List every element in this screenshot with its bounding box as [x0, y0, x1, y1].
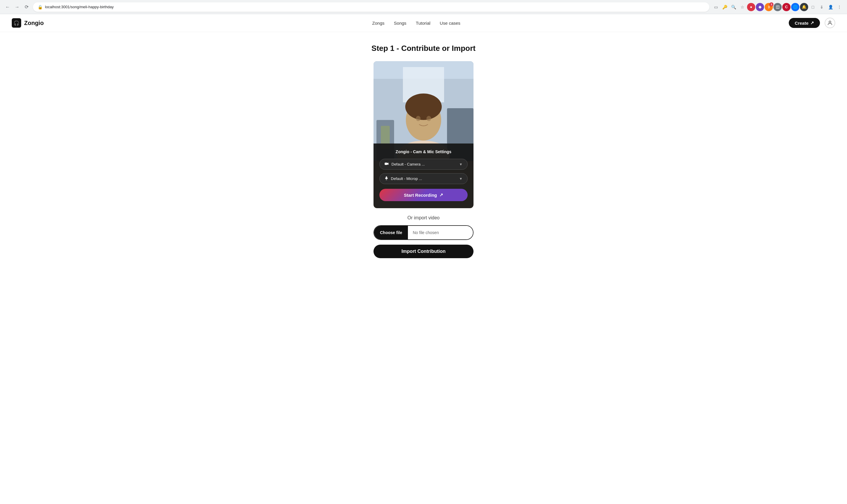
browser-chrome: ← → ⟳ 🔒 localhost:3001/song/meli-happy-b…: [0, 0, 847, 14]
create-button[interactable]: Create ↗: [789, 18, 820, 28]
ext-bell-btn[interactable]: 🔔: [800, 3, 808, 11]
user-avatar[interactable]: [825, 18, 835, 28]
address-bar[interactable]: 🔒 localhost:3001/song/meli-happy-birthda…: [33, 2, 709, 12]
camera-select-label: Default - Camera ...: [392, 162, 425, 166]
nav-songs[interactable]: Songs: [394, 21, 407, 25]
forward-button[interactable]: →: [13, 3, 21, 11]
browser-actions: ▭ 🔑 🔍 ☆ ● ◆ 3 ◫ C 🌐 🔔 □ ⇓ 👤 ⋮: [712, 3, 844, 11]
svg-rect-13: [385, 163, 387, 165]
start-recording-button[interactable]: Start Recording ↗: [379, 189, 468, 201]
profile-btn[interactable]: 👤: [826, 3, 835, 11]
import-contribution-button[interactable]: Import Contribution: [374, 245, 473, 258]
url-display: localhost:3001/song/meli-happy-birthday: [45, 5, 705, 9]
start-recording-icon: ↗: [439, 192, 443, 198]
camera-select[interactable]: Default - Camera ... ▼: [379, 159, 468, 170]
file-input-row: Choose file No file chosen: [374, 225, 473, 240]
ext-red-btn[interactable]: ●: [747, 3, 755, 11]
file-name-display: No file chosen: [408, 226, 473, 239]
choose-file-button[interactable]: Choose file: [374, 226, 408, 239]
or-import-label: Or import video: [407, 215, 439, 220]
camera-dropdown-arrow: ▼: [459, 162, 463, 166]
download-btn[interactable]: ⇓: [817, 3, 826, 11]
mic-select[interactable]: Default - Microp ... ▼: [379, 173, 468, 184]
ext-orange-badge-btn[interactable]: 3: [765, 3, 773, 11]
ext-crimson-btn[interactable]: C: [782, 3, 791, 11]
password-manager-btn[interactable]: 🔑: [721, 3, 729, 11]
nav-right: Create ↗: [789, 18, 835, 28]
logo-icon: 🎧: [12, 18, 21, 28]
ext-gray-btn[interactable]: ◫: [774, 3, 782, 11]
nav-zongs[interactable]: Zongs: [372, 21, 385, 25]
nav-links: Zongs Songs Tutorial Use cases: [372, 21, 461, 25]
page-content: Step 1 - Contribute or Import: [0, 32, 847, 276]
video-container: Zongio - Cam & Mic Settings Default - Ca…: [374, 61, 473, 208]
camera-icon: [384, 161, 389, 167]
nav-buttons: ← → ⟳: [3, 3, 31, 11]
mic-select-label: Default - Microp ...: [391, 176, 422, 181]
create-button-label: Create: [795, 21, 809, 25]
nav-use-cases[interactable]: Use cases: [440, 21, 460, 25]
svg-point-12: [427, 116, 431, 121]
svg-point-0: [829, 21, 831, 23]
ext-globe-btn[interactable]: 🌐: [791, 3, 799, 11]
back-button[interactable]: ←: [3, 3, 12, 11]
extensions-btn[interactable]: □: [809, 3, 817, 11]
nav-tutorial[interactable]: Tutorial: [416, 21, 430, 25]
or-import-section: Or import video Choose file No file chos…: [374, 215, 473, 258]
start-recording-label: Start Recording: [404, 193, 437, 198]
search-btn[interactable]: 🔍: [729, 3, 738, 11]
cam-settings-title: Zongio - Cam & Mic Settings: [379, 149, 468, 154]
mic-dropdown-arrow: ▼: [459, 177, 463, 181]
lock-icon: 🔒: [38, 5, 43, 10]
reload-button[interactable]: ⟳: [22, 3, 31, 11]
step-title: Step 1 - Contribute or Import: [372, 44, 475, 53]
logo[interactable]: 🎧 Zongio: [12, 18, 44, 28]
ext-purple-btn[interactable]: ◆: [756, 3, 764, 11]
cam-settings-overlay: Zongio - Cam & Mic Settings Default - Ca…: [374, 144, 473, 208]
main-nav: 🎧 Zongio Zongs Songs Tutorial Use cases …: [0, 14, 847, 32]
bookmark-btn[interactable]: ☆: [738, 3, 746, 11]
svg-point-9: [405, 93, 442, 120]
svg-point-11: [416, 116, 420, 121]
screen-capture-btn[interactable]: ▭: [712, 3, 720, 11]
menu-btn[interactable]: ⋮: [835, 3, 844, 11]
create-arrow-icon: ↗: [810, 20, 814, 25]
logo-text: Zongio: [24, 20, 44, 26]
mic-icon: [384, 176, 389, 181]
